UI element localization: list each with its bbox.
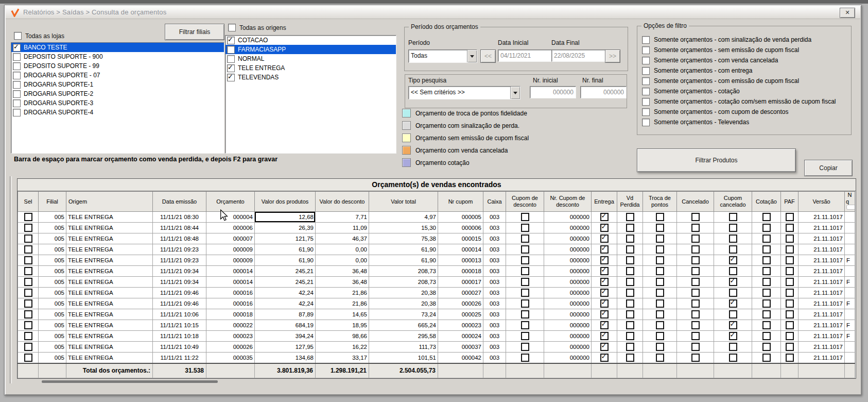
cell-sel[interactable] [18,287,39,298]
row-select-checkbox[interactable] [24,343,32,351]
table-row[interactable]: 005 TELE ENTREGA 11/11/21 10:18 000023 3… [18,330,855,341]
cell-cancelado[interactable] [677,330,714,341]
cell-cancelado[interactable] [677,265,714,276]
cell-troca-pontos[interactable] [643,233,677,244]
cell-orcamento[interactable]: 000026 [206,341,255,352]
cell-valor-desconto[interactable]: 16,22 [316,341,369,352]
origin-list-item[interactable]: FARMACIASAPP [225,45,396,54]
paf-checkbox[interactable] [786,299,794,308]
cell-cotacao[interactable] [752,255,781,265]
filter-products-button[interactable]: Filtrar Produtos [637,148,796,172]
cupom-desconto-checkbox[interactable] [521,278,529,286]
filter-option-checkbox[interactable] [642,98,650,106]
cell-paf[interactable] [781,244,798,255]
cell-caixa[interactable]: 003 [483,211,506,222]
cell-cancelado[interactable] [677,309,714,320]
cell-versao[interactable]: 21.11.1017 [798,298,845,309]
cell-truncated[interactable]: F [845,276,855,287]
cell-valor-total[interactable]: 295,58 [369,330,438,341]
table-row[interactable]: 005 TELE ENTREGA 11/11/21 09:46 000016 4… [18,298,855,309]
cell-nr-cupom-desconto[interactable]: 000000 [544,287,592,298]
cell-nr-cupom[interactable]: 000025 [438,309,483,320]
troca-pontos-checkbox[interactable] [656,245,664,254]
filter-option-checkbox[interactable] [642,36,650,44]
table-row[interactable]: 005 TELE ENTREGA 11/11/21 09:34 000014 2… [18,276,855,287]
cell-nr-cupom-desconto[interactable]: 000000 [544,211,592,222]
cell-nr-cupom-desconto[interactable]: 000000 [544,330,592,341]
next-period-button[interactable]: >> [605,49,620,63]
cell-valor-desconto[interactable]: 21,86 [316,298,369,309]
cell-truncated[interactable] [845,233,855,244]
cupom-desconto-checkbox[interactable] [521,234,529,243]
cell-valor-desconto[interactable]: 36,48 [316,265,369,276]
cell-nr-cupom-desconto[interactable]: 000000 [544,309,592,320]
cell-filial[interactable]: 005 [39,222,66,233]
cell-versao[interactable]: 21.11.1017 [798,352,845,363]
vd-perdida-checkbox[interactable] [626,213,634,221]
cell-vd-perdida[interactable] [617,265,643,276]
entrega-checkbox[interactable] [600,332,609,340]
cell-cupom-desconto[interactable] [506,309,544,320]
cell-valor-total[interactable]: 665,24 [369,320,438,330]
entrega-checkbox[interactable] [600,321,609,329]
paf-checkbox[interactable] [786,267,794,275]
cell-origem[interactable]: TELE ENTREGA [66,287,153,298]
entrega-checkbox[interactable] [600,299,609,308]
paf-checkbox[interactable] [786,213,794,221]
cupom-desconto-checkbox[interactable] [521,343,529,351]
cotacao-checkbox[interactable] [762,213,771,221]
paf-checkbox[interactable] [786,343,794,351]
paf-checkbox[interactable] [786,354,794,362]
cell-cancelado[interactable] [677,352,714,363]
cell-entrega[interactable] [592,255,617,265]
vd-perdida-checkbox[interactable] [626,278,634,286]
cell-cotacao[interactable] [752,265,781,276]
cell-sel[interactable] [18,211,39,222]
store-list-item[interactable]: DEPOSITO SUPORTE - 900 [11,52,224,61]
cell-valor-total[interactable]: 208,73 [369,276,438,287]
cell-nr-cupom-desconto[interactable]: 000000 [544,255,592,265]
cell-valor-desconto[interactable]: 7,71 [316,211,369,222]
troca-pontos-checkbox[interactable] [656,299,664,308]
cell-caixa[interactable]: 003 [483,309,506,320]
cell-entrega[interactable] [592,309,617,320]
cell-nr-cupom[interactable]: 000013 [438,255,483,265]
cell-versao[interactable]: 21.11.1017 [798,287,845,298]
cell-sel[interactable] [18,330,39,341]
cell-cotacao[interactable] [752,276,781,287]
vd-perdida-checkbox[interactable] [626,299,634,308]
cell-valor-produtos[interactable]: 61,90 [255,255,316,265]
paf-checkbox[interactable] [786,224,794,232]
cell-entrega[interactable] [592,352,617,363]
cell-nr-cupom-desconto[interactable]: 000000 [544,341,592,352]
cell-truncated[interactable] [845,222,855,233]
troca-pontos-checkbox[interactable] [656,321,664,329]
cell-origem[interactable]: TELE ENTREGA [66,265,153,276]
cell-vd-perdida[interactable] [617,233,643,244]
cell-truncated[interactable]: F [845,330,855,341]
origin-checkbox[interactable] [227,46,235,54]
vd-perdida-checkbox[interactable] [626,321,634,329]
cell-orcamento[interactable]: 000016 [206,287,255,298]
cancelado-checkbox[interactable] [691,310,700,319]
period-select[interactable]: Todas [408,49,477,63]
cell-cotacao[interactable] [752,298,781,309]
cell-caixa[interactable]: 003 [483,341,506,352]
cupom-desconto-checkbox[interactable] [521,213,529,221]
cell-vd-perdida[interactable] [617,330,643,341]
filter-branches-button[interactable]: Filtrar filiais [165,24,224,40]
cupom-cancelado-checkbox[interactable] [729,267,737,275]
row-select-checkbox[interactable] [24,299,32,308]
entrega-checkbox[interactable] [600,234,609,243]
row-select-checkbox[interactable] [24,245,32,254]
cell-valor-desconto[interactable]: 98,66 [316,330,369,341]
cell-cupom-cancelado[interactable] [714,265,752,276]
entrega-checkbox[interactable] [600,267,609,275]
table-row[interactable]: 005 TELE ENTREGA 11/11/21 11:22 000035 1… [18,352,855,363]
search-type-select[interactable]: << Sem critérios >> [408,86,520,99]
cell-valor-desconto[interactable]: 0,00 [316,244,369,255]
cell-data-emissao[interactable]: 11/11/21 08:44 [153,222,206,233]
cell-cancelado[interactable] [677,244,714,255]
table-row[interactable]: 005 TELE ENTREGA 11/11/21 10:15 000022 6… [18,320,855,330]
cell-truncated[interactable] [845,309,855,320]
